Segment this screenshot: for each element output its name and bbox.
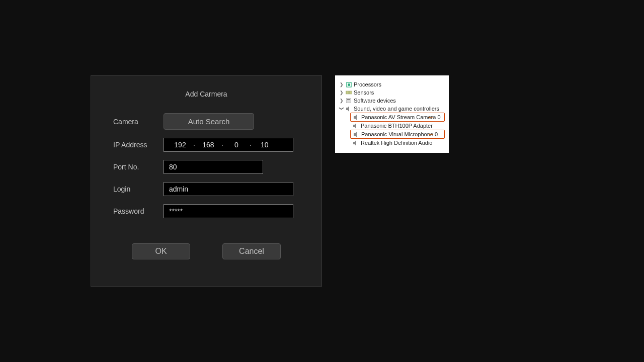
- tree-label: Sensors: [354, 88, 374, 97]
- device-manager-panel: ❯ Processors ❯ Sensors ❯ Software device…: [335, 75, 449, 153]
- svg-marker-12: [353, 140, 356, 146]
- tree-item-sensors[interactable]: ❯ Sensors: [339, 88, 445, 97]
- ip-octet-2[interactable]: [196, 141, 220, 149]
- svg-marker-8: [346, 106, 349, 112]
- tree-child-av-stream[interactable]: Panasonic AV Stream Camera 0 ←: [350, 113, 445, 122]
- ip-octet-4[interactable]: [253, 141, 277, 149]
- password-input[interactable]: [164, 204, 293, 218]
- dialog-button-row: OK Cancel: [91, 243, 321, 259]
- speaker-icon: [345, 106, 352, 112]
- tree-item-software-devices[interactable]: ❯ Software devices: [339, 97, 445, 105]
- add-camera-dialog: Add Carmera Camera Auto Search IP Addres…: [91, 75, 322, 287]
- tree-item-sound-controllers[interactable]: ❯ Sound, video and game controllers: [339, 105, 445, 113]
- tree-label: Software devices: [354, 97, 396, 105]
- tree-item-processors[interactable]: ❯ Processors: [339, 80, 445, 88]
- chevron-right-icon[interactable]: ❯: [339, 97, 344, 105]
- auto-search-button[interactable]: Auto Search: [164, 113, 254, 130]
- tree-label: Realtek High Definition Audio: [361, 139, 432, 147]
- speaker-icon: [353, 114, 360, 120]
- svg-rect-7: [347, 99, 350, 100]
- tree-child-virtual-mic[interactable]: Panasonic Virual Microphone 0 ←: [350, 130, 445, 139]
- login-row: Login: [91, 182, 321, 196]
- ok-button[interactable]: OK: [132, 243, 190, 259]
- ip-dot: ·: [220, 141, 224, 149]
- svg-rect-6: [346, 98, 351, 103]
- chevron-right-icon[interactable]: ❯: [339, 88, 344, 97]
- chevron-down-icon[interactable]: ❯: [338, 106, 346, 111]
- svg-marker-11: [354, 132, 357, 137]
- cancel-button[interactable]: Cancel: [222, 243, 281, 259]
- tree-label: Processors: [354, 80, 381, 88]
- port-input[interactable]: [164, 160, 263, 174]
- svg-rect-1: [348, 83, 350, 86]
- svg-marker-9: [354, 115, 357, 120]
- ip-label: IP Address: [113, 141, 164, 149]
- tree-label: Sound, video and game controllers: [354, 105, 439, 113]
- login-label: Login: [113, 185, 164, 193]
- ip-octet-1[interactable]: [168, 141, 192, 149]
- port-row: Port No.: [91, 160, 321, 174]
- speaker-icon: [352, 123, 359, 129]
- tree-child-realtek[interactable]: Realtek High Definition Audio: [339, 139, 445, 147]
- tree-label: Panasonic Virual Microphone 0: [361, 130, 438, 138]
- password-row: Password: [91, 204, 321, 218]
- arrow-left-icon: ←: [427, 131, 434, 138]
- dialog-title: Add Carmera: [91, 76, 321, 113]
- speaker-icon: [353, 131, 360, 137]
- speaker-icon: [352, 140, 359, 146]
- tree-label: Panasonic BTH100P Adapter: [361, 122, 433, 130]
- chevron-right-icon[interactable]: ❯: [339, 80, 344, 88]
- ip-dot: ·: [192, 141, 196, 149]
- ip-row: IP Address · · ·: [91, 138, 321, 152]
- password-label: Password: [113, 207, 164, 215]
- software-icon: [345, 98, 352, 104]
- tree-child-bth100p[interactable]: Panasonic BTH100P Adapter: [339, 122, 445, 130]
- port-label: Port No.: [113, 163, 164, 171]
- cpu-icon: [345, 81, 352, 87]
- ip-octet-3[interactable]: [224, 141, 249, 149]
- login-input[interactable]: [164, 182, 293, 196]
- svg-marker-10: [353, 123, 356, 129]
- sensor-icon: [345, 89, 352, 96]
- camera-label: Camera: [113, 118, 164, 126]
- ip-dot: ·: [249, 141, 253, 149]
- camera-row: Camera Auto Search: [91, 113, 321, 130]
- ip-address-field[interactable]: · · ·: [164, 138, 293, 152]
- arrow-left-icon: ←: [427, 114, 434, 121]
